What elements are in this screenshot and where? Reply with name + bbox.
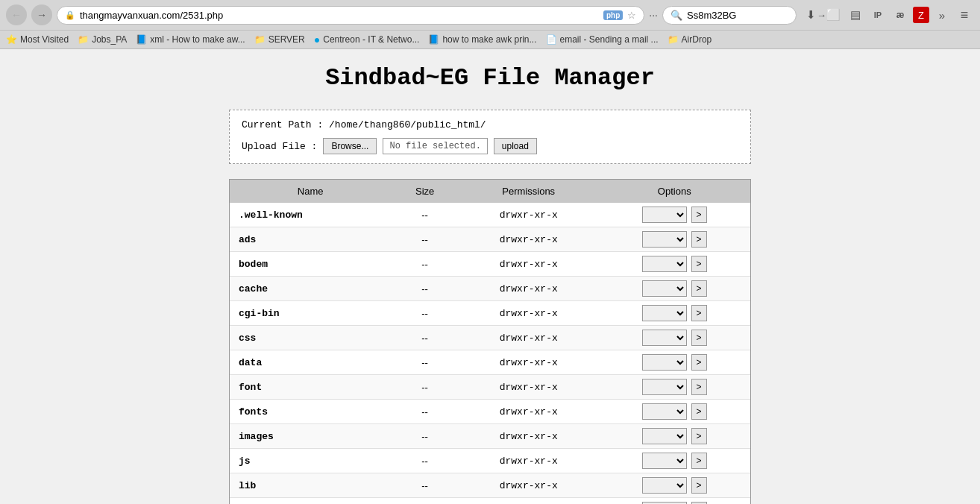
cell-name: ads <box>230 227 391 252</box>
bookmark-email[interactable]: 📄 email - Sending a mail ... <box>546 34 659 45</box>
table-row: data -- drwxr-xr-x > <box>230 350 750 375</box>
go-button[interactable]: > <box>691 403 707 420</box>
cell-size: -- <box>391 203 459 227</box>
forward-button[interactable]: → <box>31 4 52 25</box>
current-path: Current Path : /home/thang860/public_htm… <box>242 119 738 130</box>
red-icon[interactable]: Z <box>913 7 929 23</box>
go-button[interactable]: > <box>691 477 707 494</box>
reader-view-icon[interactable]: ▤ <box>846 5 865 25</box>
cell-size: -- <box>391 326 459 350</box>
search-input[interactable] <box>687 10 812 21</box>
back-button[interactable]: ← <box>6 4 27 25</box>
cell-name: css <box>230 326 391 350</box>
cell-size: -- <box>391 252 459 277</box>
star-bookmark-icon: ⭐ <box>6 34 17 45</box>
cell-permissions: drwxr-xr-x <box>459 252 599 277</box>
go-button[interactable]: > <box>691 453 707 469</box>
col-options: Options <box>599 180 750 203</box>
go-button[interactable]: > <box>691 231 707 248</box>
table-row: cgi-bin -- drwxr-xr-x > <box>230 301 750 326</box>
star-icon[interactable]: ☆ <box>627 10 636 21</box>
ip-icon[interactable]: IP <box>868 5 888 25</box>
search-icon: 🔍 <box>670 10 682 21</box>
options-select[interactable] <box>642 428 687 444</box>
bookmark-airdrop[interactable]: 📁 AirDrop <box>668 34 712 45</box>
options-select[interactable] <box>642 477 687 494</box>
go-button[interactable]: > <box>691 207 707 223</box>
cell-size: -- <box>391 400 459 424</box>
ae-icon[interactable]: æ <box>891 5 910 25</box>
options-select[interactable] <box>642 403 687 420</box>
bookmark-centreon[interactable]: ● Centreon - IT & Netwo... <box>314 34 420 45</box>
go-button[interactable]: > <box>691 428 707 444</box>
download-icon[interactable]: ⬇ <box>801 5 820 25</box>
browse-button[interactable]: Browse... <box>323 138 377 154</box>
cell-name: phpfastcache <box>230 498 391 505</box>
bookmark-label: AirDrop <box>682 34 712 45</box>
php-badge: php <box>603 10 623 20</box>
cell-permissions: drwxr-xr-x <box>459 301 599 326</box>
options-select[interactable] <box>642 305 687 321</box>
bookmark-xml[interactable]: 📘 xml - How to make aw... <box>136 34 245 45</box>
bookmark-icon: 📘 <box>136 34 147 45</box>
table-row: js -- drwxr-xr-x > <box>230 449 750 473</box>
cell-options: > <box>599 252 750 277</box>
cell-options: > <box>599 375 750 400</box>
go-button[interactable]: > <box>691 280 707 297</box>
browser-chrome: ← → 🔒 php ☆ ··· 🔍 → ⬇ ⬜ ▤ IP æ Z » ≡ ⭐ <box>0 0 980 49</box>
file-table-container: Name Size Permissions Options .well-know… <box>229 179 751 504</box>
options-select[interactable] <box>642 280 687 297</box>
cell-permissions: drwxr-xr-x <box>459 400 599 424</box>
upload-button[interactable]: upload <box>494 138 537 154</box>
go-button[interactable]: > <box>691 379 707 395</box>
options-select[interactable] <box>642 453 687 469</box>
options-select[interactable] <box>642 379 687 395</box>
cell-size: -- <box>391 375 459 400</box>
awk-icon: 📘 <box>428 34 439 45</box>
info-box: Current Path : /home/thang860/public_htm… <box>229 110 751 164</box>
folder2-icon: 📁 <box>254 34 266 45</box>
cell-permissions: drwxr-xr-x <box>459 424 599 449</box>
cell-permissions: drwxr-xr-x <box>459 375 599 400</box>
cell-size: -- <box>391 227 459 252</box>
options-select[interactable] <box>642 256 687 272</box>
cell-permissions: drwxr-xr-x <box>459 326 599 350</box>
centreon-icon: ● <box>314 34 320 45</box>
more-icon[interactable]: ··· <box>649 9 658 21</box>
cell-name: cache <box>230 277 391 301</box>
url-input[interactable] <box>80 10 599 21</box>
extensions-icon[interactable]: ⬜ <box>823 5 843 25</box>
page-content: Sindbad~EG File Manager Current Path : /… <box>0 49 980 504</box>
options-select[interactable] <box>642 330 687 346</box>
go-button[interactable]: > <box>691 354 707 371</box>
cell-options: > <box>599 350 750 375</box>
bookmark-jobs-pa[interactable]: 📁 Jobs_PA <box>78 34 127 45</box>
current-path-value: /home/thang860/public_html/ <box>329 119 486 130</box>
table-row: phpfastcache -- drwxr-xr-x > <box>230 498 750 505</box>
bookmark-awk[interactable]: 📘 how to make awk prin... <box>428 34 536 45</box>
options-select[interactable] <box>642 207 687 223</box>
options-select[interactable] <box>642 354 687 371</box>
go-button[interactable]: > <box>691 305 707 321</box>
cell-size: -- <box>391 498 459 505</box>
toolbar-icons: ⬇ ⬜ ▤ IP æ Z » ≡ <box>801 5 974 25</box>
bookmark-server[interactable]: 📁 SERVER <box>254 34 305 45</box>
cell-options: > <box>599 498 750 505</box>
cell-options: > <box>599 424 750 449</box>
bookmark-label: Most Visited <box>20 34 69 45</box>
bookmark-most-visited[interactable]: ⭐ Most Visited <box>6 34 69 45</box>
go-button[interactable]: > <box>691 330 707 346</box>
file-name-display: No file selected. <box>383 138 487 154</box>
browser-toolbar: ← → 🔒 php ☆ ··· 🔍 → ⬇ ⬜ ▤ IP æ Z » ≡ <box>0 0 980 30</box>
table-row: cache -- drwxr-xr-x > <box>230 277 750 301</box>
options-select[interactable] <box>642 231 687 248</box>
cell-name: font <box>230 375 391 400</box>
chevron-right-icon[interactable]: » <box>932 5 952 25</box>
cell-options: > <box>599 449 750 473</box>
go-button[interactable]: > <box>691 256 707 272</box>
cell-options: > <box>599 400 750 424</box>
table-row: images -- drwxr-xr-x > <box>230 424 750 449</box>
menu-icon[interactable]: ≡ <box>955 5 974 25</box>
bookmark-label: Centreon - IT & Netwo... <box>323 34 419 45</box>
bookmark-label: Jobs_PA <box>92 34 127 45</box>
